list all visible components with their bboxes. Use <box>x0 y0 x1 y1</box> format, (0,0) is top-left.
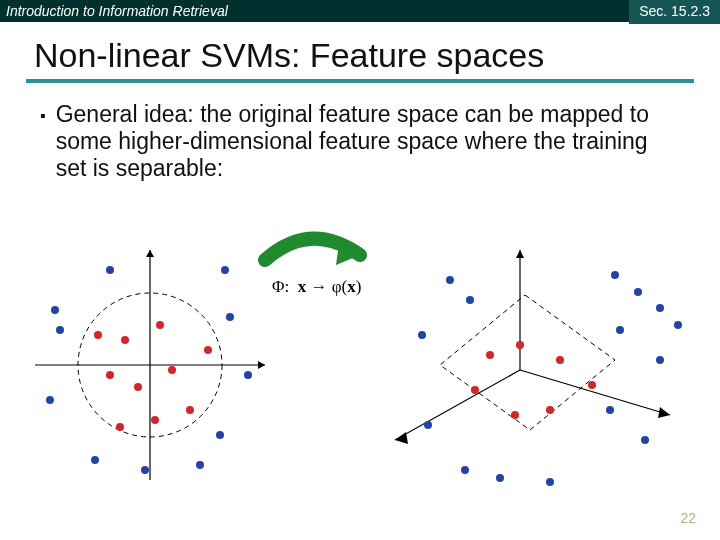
svg-point-20 <box>46 396 54 404</box>
svg-point-19 <box>216 431 224 439</box>
svg-point-24 <box>106 266 114 274</box>
svg-point-48 <box>641 436 649 444</box>
svg-marker-28 <box>516 250 524 258</box>
svg-point-5 <box>94 331 102 339</box>
svg-point-18 <box>244 371 252 379</box>
svg-point-40 <box>486 351 494 359</box>
right-red-points <box>471 341 596 419</box>
course-name: Introduction to Information Retrieval <box>6 3 228 19</box>
svg-point-43 <box>656 304 664 312</box>
svg-point-41 <box>611 271 619 279</box>
svg-marker-33 <box>440 295 615 430</box>
svg-point-8 <box>106 371 114 379</box>
svg-point-7 <box>156 321 164 329</box>
svg-point-42 <box>634 288 642 296</box>
svg-line-31 <box>395 370 520 440</box>
left-plot <box>35 250 265 480</box>
svg-point-47 <box>606 406 614 414</box>
left-red-points <box>94 321 212 431</box>
svg-point-21 <box>91 456 99 464</box>
section-tag: Sec. 15.2.3 <box>629 0 720 24</box>
figure-feature-mapping: Φ: x → φ(x) <box>0 225 720 495</box>
svg-point-53 <box>496 474 504 482</box>
bullet-text: General idea: the original feature space… <box>56 101 680 182</box>
svg-point-34 <box>516 341 524 349</box>
bullet-mark: ▪ <box>40 101 46 182</box>
svg-marker-32 <box>395 432 408 444</box>
svg-point-51 <box>418 331 426 339</box>
svg-point-16 <box>56 326 64 334</box>
mapping-label: Φ: x → φ(x) <box>272 277 361 297</box>
svg-marker-30 <box>658 407 670 418</box>
svg-point-37 <box>546 406 554 414</box>
slide-body: ▪ General idea: the original feature spa… <box>0 83 720 182</box>
right-plot <box>395 250 682 486</box>
svg-point-14 <box>116 423 124 431</box>
svg-point-25 <box>221 266 229 274</box>
svg-point-6 <box>121 336 129 344</box>
svg-point-45 <box>616 326 624 334</box>
svg-point-12 <box>204 346 212 354</box>
svg-point-54 <box>546 478 554 486</box>
svg-point-13 <box>151 416 159 424</box>
svg-point-22 <box>141 466 149 474</box>
svg-point-17 <box>226 313 234 321</box>
svg-point-38 <box>511 411 519 419</box>
svg-point-39 <box>471 386 479 394</box>
figure-svg <box>0 225 720 495</box>
slide-header: Introduction to Information Retrieval Se… <box>0 0 720 22</box>
svg-point-11 <box>186 406 194 414</box>
svg-point-23 <box>196 461 204 469</box>
svg-point-35 <box>556 356 564 364</box>
svg-marker-3 <box>146 250 154 257</box>
svg-point-36 <box>588 381 596 389</box>
slide-title: Non-linear SVMs: Feature spaces <box>0 22 720 79</box>
svg-point-9 <box>134 383 142 391</box>
svg-marker-1 <box>258 361 265 369</box>
bullet-item: ▪ General idea: the original feature spa… <box>40 101 680 182</box>
svg-point-44 <box>674 321 682 329</box>
svg-point-49 <box>446 276 454 284</box>
svg-point-10 <box>168 366 176 374</box>
mapping-arrow-icon <box>265 237 360 265</box>
left-blue-points <box>46 266 252 474</box>
svg-point-46 <box>656 356 664 364</box>
page-number: 22 <box>680 510 696 526</box>
svg-point-15 <box>51 306 59 314</box>
svg-point-52 <box>461 466 469 474</box>
svg-point-50 <box>466 296 474 304</box>
svg-point-55 <box>424 421 432 429</box>
